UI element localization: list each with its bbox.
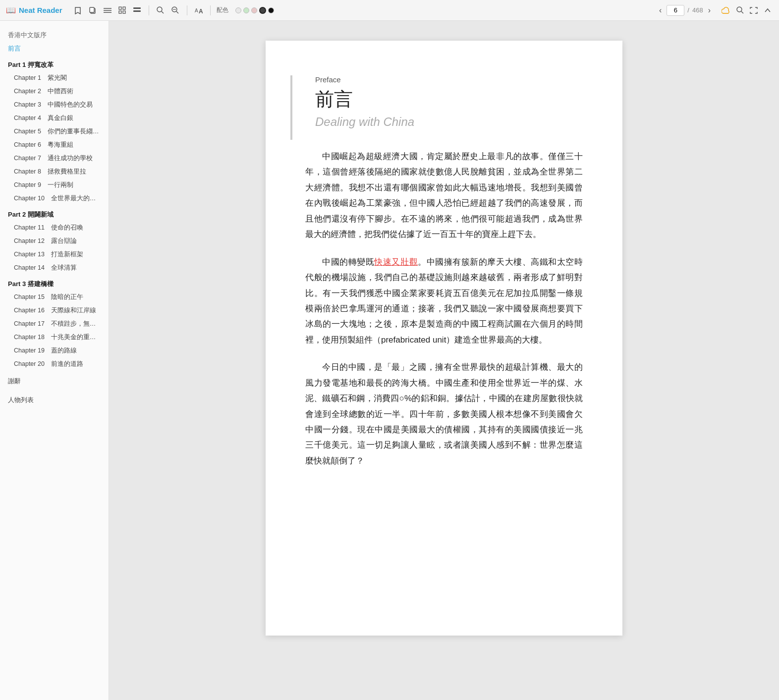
app-icon: 📖: [6, 5, 16, 15]
color-dot-black[interactable]: [268, 7, 274, 13]
sidebar-chapter-9[interactable]: Chapter 9 一行兩制: [0, 178, 109, 192]
search-text-icon[interactable]: [170, 5, 181, 16]
svg-point-11: [157, 7, 162, 12]
svg-line-12: [162, 11, 164, 13]
sidebar-chapter-18[interactable]: Chapter 18 十兆美金的重啟計劃: [0, 331, 109, 344]
fullscreen-icon[interactable]: [748, 5, 759, 16]
next-page-button[interactable]: ›: [706, 5, 713, 16]
sidebar-chapter-12[interactable]: Chapter 12 露台辯論: [0, 234, 109, 248]
reader-area: Preface 前言 Dealing with China 中國崛起為超級經濟大…: [109, 21, 779, 700]
chapter-bar: [290, 75, 292, 140]
sidebar-chapter-4[interactable]: Chapter 4 真金白銀: [0, 112, 109, 125]
total-pages: 468: [692, 6, 703, 14]
font-size-icon[interactable]: AA: [193, 5, 204, 16]
sidebar-chapter-5[interactable]: Chapter 5 你們的董事長縐著了: [0, 125, 109, 138]
svg-rect-5: [119, 7, 121, 9]
sidebar-part-2: Part 2 開闢新域: [0, 205, 109, 221]
cloud-icon[interactable]: [721, 5, 731, 16]
sidebar-chapter-7[interactable]: Chapter 7 通往成功的學校: [0, 152, 109, 165]
svg-text:A: A: [199, 8, 203, 14]
copy-icon[interactable]: [87, 5, 98, 16]
sidebar-part-3: Part 3 搭建橋樑: [0, 275, 109, 291]
list-icon[interactable]: [132, 5, 143, 16]
preface-en-label: Preface: [315, 75, 583, 84]
svg-rect-1: [90, 7, 94, 12]
sidebar-top-section: 香港中文版序: [0, 28, 109, 42]
toolbar-right: [721, 5, 773, 16]
sidebar-chapter-17[interactable]: Chapter 17 不積跬步，無以至…: [0, 317, 109, 331]
sidebar-chapter-2[interactable]: Chapter 2 中體西術: [0, 85, 109, 98]
color-dot-pink[interactable]: [251, 7, 257, 13]
preface-title-zh: 前言: [315, 87, 583, 112]
preface-title-en: Dealing with China: [315, 115, 583, 129]
svg-point-18: [737, 7, 742, 12]
svg-rect-8: [123, 11, 125, 13]
sidebar: 香港中文版序 前言 Part 1 押寬改革 Chapter 1 紫光閣 Chap…: [0, 21, 109, 700]
sidebar-item-people-list[interactable]: 人物列表: [0, 392, 109, 408]
grid-icon[interactable]: [117, 5, 128, 16]
page-separator: /: [687, 6, 689, 14]
sidebar-chapter-1[interactable]: Chapter 1 紫光閣: [0, 71, 109, 85]
sidebar-chapter-6[interactable]: Chapter 6 粵海重組: [0, 138, 109, 152]
highlight-phrase: 快速又壯觀: [374, 257, 418, 267]
svg-rect-9: [133, 7, 141, 9]
page-number-input[interactable]: [667, 5, 684, 16]
color-dot-cream[interactable]: [243, 7, 249, 13]
svg-rect-7: [119, 11, 121, 13]
color-label: 配色: [217, 6, 228, 14]
sidebar-chapter-10[interactable]: Chapter 10 全世界最大的壓錢盤: [0, 192, 109, 205]
color-picker[interactable]: [235, 7, 274, 14]
paragraph-3: 今日的中國，是「最」之國，擁有全世界最快的超級計算機、最大的風力發電基地和最長的…: [305, 359, 583, 468]
svg-rect-10: [133, 10, 141, 12]
app-title: Neat Reader: [19, 6, 62, 14]
sidebar-chapter-11[interactable]: Chapter 11 使命的召喚: [0, 221, 109, 234]
search-book-icon[interactable]: [734, 5, 745, 16]
paragraph-1: 中國崛起為超級經濟大國，肯定屬於歷史上最非凡的故事。僅僅三十年，這個曾經落後隔絕…: [305, 149, 583, 242]
separator-3: [210, 5, 211, 15]
menu-icon[interactable]: [102, 5, 113, 16]
separator-2: [187, 5, 187, 15]
paragraph-2: 中國的轉變既快速又壯觀。中國擁有簇新的摩天大樓、高鐵和太空時代般的機場設施，我們…: [305, 254, 583, 348]
sidebar-chapter-14[interactable]: Chapter 14 全球清算: [0, 261, 109, 275]
svg-text:A: A: [195, 8, 198, 13]
prev-page-button[interactable]: ‹: [657, 5, 664, 16]
svg-line-19: [741, 11, 743, 13]
sidebar-item-preface[interactable]: 前言: [0, 42, 109, 56]
sidebar-chapter-16[interactable]: Chapter 16 天際線和江岸線: [0, 304, 109, 317]
bookmark-icon[interactable]: [72, 5, 83, 16]
color-dot-dark[interactable]: [259, 7, 266, 14]
color-dot-white[interactable]: [235, 7, 241, 13]
page-navigation: ‹ / 468 ›: [657, 5, 713, 16]
collapse-icon[interactable]: [762, 5, 773, 16]
separator-1: [149, 5, 149, 15]
sidebar-chapter-19[interactable]: Chapter 19 蓋的路線: [0, 344, 109, 357]
main-area: 香港中文版序 前言 Part 1 押寬改革 Chapter 1 紫光閣 Chap…: [0, 21, 779, 700]
svg-line-14: [176, 11, 178, 13]
svg-rect-6: [123, 7, 125, 9]
sidebar-chapter-15[interactable]: Chapter 15 陰暗的正午: [0, 291, 109, 304]
page-content: Preface 前言 Dealing with China 中國崛起為超級經濟大…: [266, 41, 622, 636]
sidebar-chapter-8[interactable]: Chapter 8 拯救費格里拉: [0, 165, 109, 178]
app-brand: 📖 Neat Reader: [6, 5, 62, 15]
sidebar-chapter-3[interactable]: Chapter 3 中國特色的交易: [0, 98, 109, 112]
sidebar-chapter-20[interactable]: Chapter 20 前進的道路: [0, 357, 109, 371]
toolbar: 📖 Neat Reader AA 配色 ‹ / 468: [0, 0, 779, 21]
sidebar-part-1: Part 1 押寬改革: [0, 56, 109, 71]
sidebar-chapter-13[interactable]: Chapter 13 打造新框架: [0, 248, 109, 261]
search-icon[interactable]: [155, 5, 166, 16]
sidebar-item-acknowledgements[interactable]: 謝辭: [0, 373, 109, 390]
